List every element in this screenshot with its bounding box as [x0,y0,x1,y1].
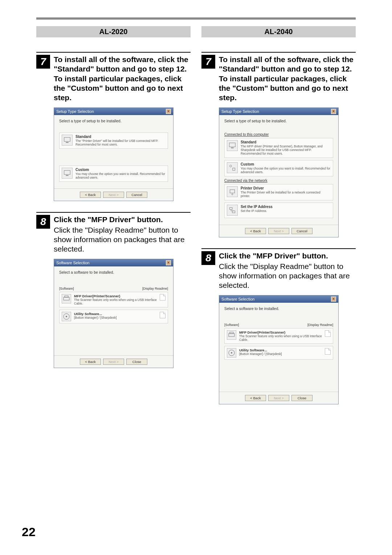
column-al-2040: 7 To install all of the software, click … [201,52,356,415]
readme-icon[interactable] [325,330,331,337]
option-set-ip[interactable]: Set the IP Address Set the IP Address. [224,203,333,218]
option-custom[interactable]: Custom You may choose the option you wan… [224,160,333,176]
dialog-message: Select a software to be installed. [59,270,168,274]
option-standard[interactable]: Standard The MFP driver (Printer and Sca… [224,138,333,158]
dialog-title-text: Software Selection [56,261,90,265]
standard-icon [227,140,238,151]
step-8-right: 8 Click the "MFP Driver" button. Click t… [201,248,356,404]
step-8-sub: Click the "Display Readme" button to sho… [54,225,191,254]
dialog-setup-type-2040: Setup Type Selection × Select a type of … [219,107,339,237]
software-utility[interactable]: Utility Software... [Button Manager] / [… [224,346,333,360]
step-7-title: To install all of the software, click th… [54,55,191,102]
dialog-title-text: Setup Type Selection [56,109,94,114]
step-7-title: To install all of the software, click th… [219,55,356,102]
group-connected-network: Connected via the network [224,179,333,183]
step-number: 7 [201,55,215,69]
model-left: AL-2020 [36,26,191,37]
custom-icon [62,168,73,179]
svg-rect-3 [66,175,68,176]
printer-icon [227,330,236,340]
step-8-title: Click the "MFP Driver" button. [219,251,356,261]
dialog-message: Select a type of setup to be installed. [224,119,333,123]
readme-icon[interactable] [325,348,331,355]
step-number: 8 [36,215,50,229]
close-icon[interactable]: × [331,109,336,114]
svg-rect-2 [64,171,70,175]
svg-rect-8 [229,143,236,147]
header-rule [36,17,356,20]
custom-icon [227,162,238,173]
svg-rect-1 [66,142,68,143]
back-button[interactable]: < Back [245,228,266,234]
close-icon[interactable]: × [166,109,171,114]
column-al-2020: 7 To install all of the software, click … [36,52,191,415]
back-button[interactable]: < Back [80,192,101,198]
step-7-left: 7 To install all of the software, click … [36,52,191,201]
svg-rect-4 [64,297,69,300]
readme-icon[interactable] [160,312,166,318]
software-mfp-driver[interactable]: MFP Driver(Printer/Scanner) The Scanner … [59,292,168,307]
dialog-setup-type-2020: Setup Type Selection × Select a type of … [54,107,173,201]
standard-icon [62,135,73,146]
svg-rect-5 [65,296,68,297]
dialog-message: Select a software to be installed. [224,306,333,311]
step-number: 8 [201,251,215,265]
column-software: [Software] [224,323,239,327]
close-icon[interactable]: × [166,260,171,265]
svg-rect-9 [231,148,233,148]
option-custom[interactable]: Custom You may choose the option you wan… [59,166,168,182]
readme-icon[interactable] [160,294,166,301]
step-8-sub: Click the "Display Readme" button to sho… [219,262,356,290]
svg-rect-11 [233,168,235,170]
dialog-software-selection-2020: Software Selection × Select a software t… [54,259,173,368]
step-8-title: Click the "MFP Driver" button. [54,215,191,224]
svg-rect-15 [232,211,235,213]
close-button[interactable]: Close [126,359,147,365]
step-7-right: 7 To install all of the software, click … [201,52,356,237]
cancel-button[interactable]: Cancel [126,192,147,198]
svg-rect-0 [64,138,70,142]
dialog-title-text: Setup Type Selection [221,109,259,114]
group-connected-this: Connected to this computer [224,132,333,136]
close-icon[interactable]: × [331,297,336,302]
next-button: Next > [103,192,124,198]
svg-rect-17 [230,332,233,334]
next-button: Next > [268,395,289,401]
column-display-readme: [Display Readme] [307,323,333,327]
svg-point-19 [231,352,232,354]
svg-rect-12 [230,190,235,193]
step-8-left: 8 Click the "MFP Driver" button. Click t… [36,212,191,368]
back-button[interactable]: < Back [245,395,266,401]
column-display-readme: [Display Readme] [142,287,168,290]
next-button: Next > [268,228,289,234]
svg-point-10 [230,165,232,167]
option-printer-driver[interactable]: Printer Driver The Printer Driver will b… [224,184,333,200]
software-utility[interactable]: Utility Software... [Button Manager] / [… [59,310,168,323]
dialog-message: Select a type of setup to be installed. [59,119,168,123]
printer-network-icon [227,186,238,197]
software-mfp-driver[interactable]: MFP Driver(Printer/Scanner) The Scanner … [224,328,333,344]
back-button[interactable]: < Back [80,359,101,365]
cd-icon [62,312,71,321]
model-header-row: AL-2020 AL-2040 [36,26,356,37]
dialog-software-selection-2040: Software Selection × Select a software t… [219,295,339,404]
close-button[interactable]: Close [291,395,313,401]
next-button: Next > [103,359,124,365]
network-icon [227,205,238,216]
cancel-button[interactable]: Cancel [291,228,313,234]
column-software: [Software] [59,287,74,290]
option-standard[interactable]: Standard The "Printer Driver" will be in… [59,132,168,149]
dialog-title-text: Software Selection [221,297,255,301]
step-number: 7 [36,55,50,69]
cd-icon [227,348,236,358]
svg-rect-14 [230,208,232,210]
svg-rect-16 [229,334,234,336]
page-number: 22 [22,525,36,539]
svg-point-7 [66,316,67,317]
svg-point-13 [232,194,233,195]
printer-icon [62,294,71,303]
model-right: AL-2040 [201,26,356,37]
